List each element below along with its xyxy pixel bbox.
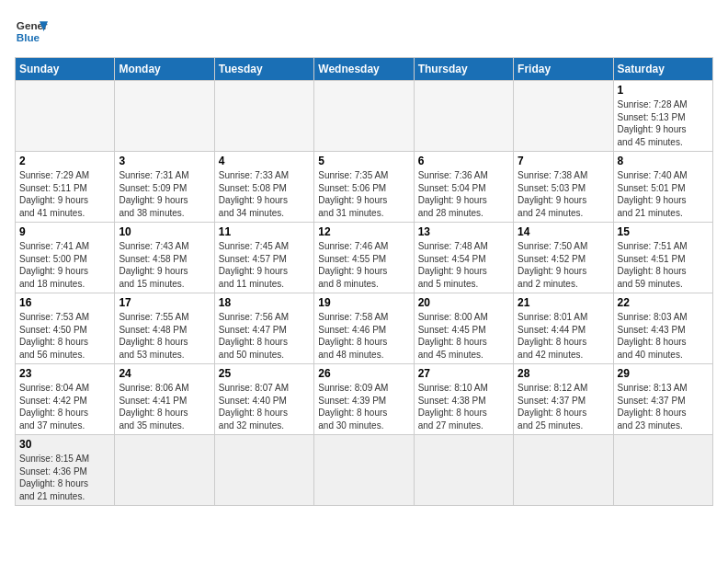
day-info: Sunrise: 8:09 AM Sunset: 4:39 PM Dayligh… bbox=[318, 382, 409, 431]
week-row-2: 9Sunrise: 7:41 AM Sunset: 5:00 PM Daylig… bbox=[16, 223, 713, 293]
day-number: 2 bbox=[19, 155, 110, 167]
day-cell bbox=[514, 435, 613, 506]
week-row-0: 1Sunrise: 7:28 AM Sunset: 5:13 PM Daylig… bbox=[16, 81, 713, 152]
header-monday: Monday bbox=[115, 58, 214, 81]
week-row-3: 16Sunrise: 7:53 AM Sunset: 4:50 PM Dayli… bbox=[16, 293, 713, 364]
header-tuesday: Tuesday bbox=[214, 58, 313, 81]
day-info: Sunrise: 8:03 AM Sunset: 4:43 PM Dayligh… bbox=[618, 311, 709, 361]
day-cell bbox=[314, 435, 414, 506]
week-row-5: 30Sunrise: 8:15 AM Sunset: 4:36 PM Dayli… bbox=[16, 435, 713, 506]
day-number: 13 bbox=[418, 225, 509, 238]
day-cell bbox=[16, 81, 115, 152]
day-info: Sunrise: 7:28 AM Sunset: 5:13 PM Dayligh… bbox=[618, 98, 709, 148]
day-cell: 17Sunrise: 7:55 AM Sunset: 4:48 PM Dayli… bbox=[115, 293, 214, 364]
day-cell: 1Sunrise: 7:28 AM Sunset: 5:13 PM Daylig… bbox=[613, 81, 712, 152]
day-cell bbox=[414, 435, 513, 506]
day-number: 30 bbox=[19, 438, 110, 451]
day-cell bbox=[214, 81, 313, 152]
day-info: Sunrise: 7:58 AM Sunset: 4:46 PM Dayligh… bbox=[318, 311, 409, 361]
day-info: Sunrise: 7:56 AM Sunset: 4:47 PM Dayligh… bbox=[219, 311, 310, 361]
day-cell: 9Sunrise: 7:41 AM Sunset: 5:00 PM Daylig… bbox=[16, 223, 115, 293]
day-number: 8 bbox=[618, 155, 709, 167]
day-info: Sunrise: 8:04 AM Sunset: 4:42 PM Dayligh… bbox=[19, 382, 110, 431]
day-cell: 23Sunrise: 8:04 AM Sunset: 4:42 PM Dayli… bbox=[16, 364, 115, 435]
day-info: Sunrise: 7:53 AM Sunset: 4:50 PM Dayligh… bbox=[19, 311, 110, 361]
day-cell: 2Sunrise: 7:29 AM Sunset: 5:11 PM Daylig… bbox=[16, 152, 115, 223]
day-number: 29 bbox=[618, 367, 709, 380]
logo-icon: General Blue bbox=[15, 15, 48, 48]
day-info: Sunrise: 7:45 AM Sunset: 4:57 PM Dayligh… bbox=[219, 240, 310, 290]
day-number: 16 bbox=[19, 296, 110, 309]
day-cell bbox=[314, 81, 414, 152]
day-info: Sunrise: 8:13 AM Sunset: 4:37 PM Dayligh… bbox=[618, 382, 709, 431]
day-info: Sunrise: 8:01 AM Sunset: 4:44 PM Dayligh… bbox=[518, 311, 609, 361]
day-cell: 13Sunrise: 7:48 AM Sunset: 4:54 PM Dayli… bbox=[414, 223, 513, 293]
day-number: 6 bbox=[418, 155, 509, 167]
day-cell: 7Sunrise: 7:38 AM Sunset: 5:03 PM Daylig… bbox=[514, 152, 613, 223]
day-info: Sunrise: 7:33 AM Sunset: 5:08 PM Dayligh… bbox=[219, 169, 310, 219]
header-friday: Friday bbox=[514, 58, 613, 81]
day-cell: 14Sunrise: 7:50 AM Sunset: 4:52 PM Dayli… bbox=[514, 223, 613, 293]
day-number: 27 bbox=[418, 367, 509, 380]
day-cell: 6Sunrise: 7:36 AM Sunset: 5:04 PM Daylig… bbox=[414, 152, 513, 223]
day-cell: 12Sunrise: 7:46 AM Sunset: 4:55 PM Dayli… bbox=[314, 223, 414, 293]
day-number: 28 bbox=[518, 367, 609, 380]
day-info: Sunrise: 8:12 AM Sunset: 4:37 PM Dayligh… bbox=[518, 382, 609, 431]
day-cell bbox=[214, 435, 313, 506]
day-number: 14 bbox=[518, 225, 609, 238]
logo: General Blue bbox=[15, 15, 48, 48]
day-number: 20 bbox=[418, 296, 509, 309]
day-number: 12 bbox=[318, 225, 409, 238]
header-wednesday: Wednesday bbox=[314, 58, 414, 81]
header-sunday: Sunday bbox=[16, 58, 115, 81]
day-cell: 27Sunrise: 8:10 AM Sunset: 4:38 PM Dayli… bbox=[414, 364, 513, 435]
day-info: Sunrise: 7:43 AM Sunset: 4:58 PM Dayligh… bbox=[119, 240, 210, 290]
day-number: 1 bbox=[618, 84, 709, 97]
day-cell: 10Sunrise: 7:43 AM Sunset: 4:58 PM Dayli… bbox=[115, 223, 214, 293]
day-number: 5 bbox=[318, 155, 409, 167]
day-cell: 5Sunrise: 7:35 AM Sunset: 5:06 PM Daylig… bbox=[314, 152, 414, 223]
svg-text:Blue: Blue bbox=[17, 31, 40, 43]
day-cell: 29Sunrise: 8:13 AM Sunset: 4:37 PM Dayli… bbox=[613, 364, 712, 435]
day-number: 19 bbox=[318, 296, 409, 309]
header-saturday: Saturday bbox=[613, 58, 712, 81]
day-cell: 15Sunrise: 7:51 AM Sunset: 4:51 PM Dayli… bbox=[613, 223, 712, 293]
day-info: Sunrise: 8:00 AM Sunset: 4:45 PM Dayligh… bbox=[418, 311, 509, 361]
day-info: Sunrise: 7:31 AM Sunset: 5:09 PM Dayligh… bbox=[119, 169, 210, 219]
day-info: Sunrise: 7:46 AM Sunset: 4:55 PM Dayligh… bbox=[318, 240, 409, 290]
day-cell: 28Sunrise: 8:12 AM Sunset: 4:37 PM Dayli… bbox=[514, 364, 613, 435]
day-number: 21 bbox=[518, 296, 609, 309]
day-cell: 24Sunrise: 8:06 AM Sunset: 4:41 PM Dayli… bbox=[115, 364, 214, 435]
day-number: 3 bbox=[119, 155, 210, 167]
day-number: 17 bbox=[119, 296, 210, 309]
day-cell: 21Sunrise: 8:01 AM Sunset: 4:44 PM Dayli… bbox=[514, 293, 613, 364]
day-cell bbox=[414, 81, 513, 152]
day-cell: 3Sunrise: 7:31 AM Sunset: 5:09 PM Daylig… bbox=[115, 152, 214, 223]
day-number: 24 bbox=[119, 367, 210, 380]
week-row-4: 23Sunrise: 8:04 AM Sunset: 4:42 PM Dayli… bbox=[16, 364, 713, 435]
day-cell: 8Sunrise: 7:40 AM Sunset: 5:01 PM Daylig… bbox=[613, 152, 712, 223]
day-number: 18 bbox=[219, 296, 310, 309]
day-cell: 22Sunrise: 8:03 AM Sunset: 4:43 PM Dayli… bbox=[613, 293, 712, 364]
day-cell: 4Sunrise: 7:33 AM Sunset: 5:08 PM Daylig… bbox=[214, 152, 313, 223]
day-number: 9 bbox=[19, 225, 110, 238]
day-info: Sunrise: 7:40 AM Sunset: 5:01 PM Dayligh… bbox=[618, 169, 709, 219]
page-header: General Blue bbox=[15, 15, 713, 48]
day-cell bbox=[514, 81, 613, 152]
day-info: Sunrise: 7:41 AM Sunset: 5:00 PM Dayligh… bbox=[19, 240, 110, 290]
day-cell: 30Sunrise: 8:15 AM Sunset: 4:36 PM Dayli… bbox=[16, 435, 115, 506]
day-number: 23 bbox=[19, 367, 110, 380]
day-cell bbox=[115, 435, 214, 506]
day-cell bbox=[115, 81, 214, 152]
day-cell: 26Sunrise: 8:09 AM Sunset: 4:39 PM Dayli… bbox=[314, 364, 414, 435]
day-info: Sunrise: 7:36 AM Sunset: 5:04 PM Dayligh… bbox=[418, 169, 509, 219]
day-number: 26 bbox=[318, 367, 409, 380]
day-number: 4 bbox=[219, 155, 310, 167]
day-info: Sunrise: 7:48 AM Sunset: 4:54 PM Dayligh… bbox=[418, 240, 509, 290]
calendar-table: SundayMondayTuesdayWednesdayThursdayFrid… bbox=[15, 57, 713, 506]
header-row: SundayMondayTuesdayWednesdayThursdayFrid… bbox=[16, 58, 713, 81]
day-info: Sunrise: 7:29 AM Sunset: 5:11 PM Dayligh… bbox=[19, 169, 110, 219]
day-cell bbox=[613, 435, 712, 506]
day-info: Sunrise: 8:06 AM Sunset: 4:41 PM Dayligh… bbox=[119, 382, 210, 431]
day-cell: 11Sunrise: 7:45 AM Sunset: 4:57 PM Dayli… bbox=[214, 223, 313, 293]
